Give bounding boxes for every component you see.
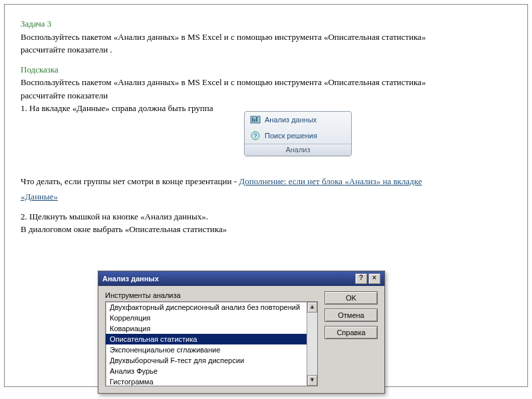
task-line-2: рассчитайте показатели .: [21, 44, 511, 56]
ribbon-group-caption: Анализ: [245, 144, 351, 156]
hint-line-2: рассчитайте показатели: [21, 90, 511, 102]
note-link-part-2[interactable]: «Данные»: [21, 192, 58, 201]
dialog-titlebar: Анализ данных ? ×: [98, 271, 384, 286]
scroll-up-icon[interactable]: ▲: [307, 302, 317, 313]
note-link-part-1[interactable]: Дополнение: если нет блока «Анализ» на в…: [239, 176, 422, 186]
help-button[interactable]: Справка: [325, 326, 378, 339]
tools-listbox[interactable]: Двухфакторный дисперсионный анализ без п…: [105, 301, 318, 386]
step-2a: 2. Щелкнуть мышкой на кнопке «Анализ дан…: [21, 211, 511, 223]
ribbon-group-analysis: Анализ данных ? Поиск решения Анализ: [244, 111, 352, 156]
dialog-close-button[interactable]: ×: [368, 273, 380, 284]
list-item[interactable]: Экспоненциальное сглаживание: [106, 344, 317, 355]
svg-rect-3: [256, 117, 257, 122]
step-2b: В диалоговом окне выбрать «Описательная …: [21, 223, 511, 235]
ok-button[interactable]: OK: [325, 291, 378, 305]
ribbon-button-label: Поиск решения: [265, 132, 317, 140]
list-item[interactable]: Двухвыборочный F-тест для дисперсии: [106, 355, 317, 366]
data-analysis-icon: [250, 114, 261, 125]
note-line: Что делать, если группы нет смотри в кон…: [21, 176, 511, 188]
scrollbar[interactable]: ▲ ▼: [307, 302, 317, 386]
note-prefix: Что делать, если группы нет смотри в кон…: [21, 176, 239, 186]
svg-text:?: ?: [253, 132, 257, 139]
list-item[interactable]: Ковариация: [106, 323, 317, 334]
svg-rect-2: [254, 119, 255, 122]
dialog-data-analysis: Анализ данных ? × Инструменты анализа Дв…: [98, 271, 385, 394]
cancel-button[interactable]: Отмена: [325, 309, 378, 322]
ribbon-button-data-analysis[interactable]: Анализ данных: [245, 112, 351, 128]
scroll-down-icon[interactable]: ▼: [307, 375, 317, 386]
task-line-1: Воспользуйтесь пакетом «Анализ данных» в…: [21, 31, 511, 43]
solver-icon: ?: [250, 130, 261, 141]
ribbon-button-solver[interactable]: ? Поиск решения: [245, 128, 351, 144]
task-heading: Задача 3: [21, 18, 511, 30]
svg-rect-1: [252, 118, 253, 122]
list-item[interactable]: Корреляция: [106, 313, 317, 323]
list-item[interactable]: Двухфакторный дисперсионный анализ без п…: [106, 302, 317, 313]
dialog-list-label: Инструменты анализа: [105, 291, 318, 299]
dialog-title: Анализ данных: [102, 275, 159, 283]
list-item[interactable]: Описательная статистика: [106, 334, 317, 344]
hint-line-1: Воспользуйтесь пакетом «Анализ данных» в…: [21, 76, 511, 88]
hint-heading: Подсказка: [21, 64, 511, 76]
ribbon-button-label: Анализ данных: [265, 116, 317, 124]
list-item[interactable]: Гистограмма: [106, 376, 317, 386]
list-item[interactable]: Анализ Фурье: [106, 366, 317, 376]
document-frame: Задача 3 Воспользуйтесь пакетом «Анализ …: [4, 4, 528, 387]
dialog-help-button[interactable]: ?: [355, 273, 367, 284]
